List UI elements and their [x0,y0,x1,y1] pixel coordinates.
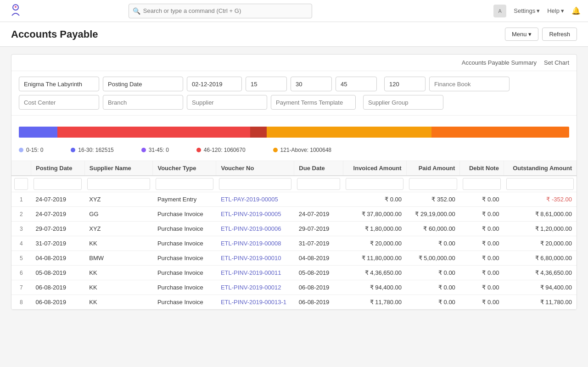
set-chart-link[interactable]: Set Chart [544,59,569,66]
cell-due-date: 31-07-2019 [294,236,343,251]
cell-paid: ₹ 0.00 [406,280,460,295]
supplier-group-filter[interactable] [363,95,443,110]
col-header-due-date[interactable]: Due Date [294,161,343,176]
legend-label-0-15: 0-15: 0 [26,147,43,153]
table-row[interactable]: 3 29-07-2019 XYZ Purchase Invoice ETL-PI… [11,222,577,236]
posting-date-value-filter[interactable] [187,77,242,91]
avatar[interactable]: A [493,5,506,17]
cell-voucher-no[interactable]: ETL-PINV-2019-00005 [216,207,294,222]
filter-num-input[interactable] [14,178,28,190]
cell-supplier: KK [84,236,153,251]
notification-bell-icon[interactable]: 🔔 [571,6,581,15]
app-logo[interactable] [7,3,24,19]
main-content: Accounts Payable Summary Set Chart [0,47,588,317]
table-row[interactable]: 1 24-07-2019 XYZ Payment Entry ETL-PAY-2… [11,192,577,207]
supplier-filter[interactable] [187,95,267,110]
search-input[interactable] [143,7,308,14]
cell-supplier: KK [84,295,153,310]
cell-posting-date: 24-07-2019 [31,192,84,207]
cell-voucher-no[interactable]: ETL-PINV-2019-00012 [216,280,294,295]
filter-cell-invoiced [343,176,406,192]
filter-debit-input[interactable] [463,178,501,190]
bar-seg-46-120 [267,127,432,138]
cell-voucher-no[interactable]: ETL-PINV-2019-00008 [216,236,294,251]
payment-terms-filter[interactable] [271,95,356,110]
chevron-down-icon: ▾ [528,31,532,38]
table-row[interactable]: 2 24-07-2019 GG Purchase Invoice ETL-PIN… [11,207,577,222]
settings-button[interactable]: Settings ▾ [514,7,540,14]
data-table: Posting Date Supplier Name Voucher Type … [11,161,577,310]
table-row[interactable]: 6 05-08-2019 KK Purchase Invoice ETL-PIN… [11,266,577,280]
range3-filter[interactable] [336,77,377,91]
cell-paid: ₹ 0.00 [406,266,460,280]
cell-invoiced: ₹ 4,36,650.00 [343,266,406,280]
cell-voucher-type: Payment Entry [153,192,216,207]
help-label: Help [547,7,560,14]
refresh-button[interactable]: Refresh [542,28,577,41]
cell-due-date: 05-08-2019 [294,266,343,280]
cell-supplier: GG [84,207,153,222]
cell-num: 7 [11,280,31,295]
cell-outstanding: ₹ 20,000.00 [504,236,577,251]
filter-outstanding-input[interactable] [506,178,574,190]
table-row[interactable]: 8 06-08-2019 KK Purchase Invoice ETL-PIN… [11,295,577,310]
col-header-outstanding-amount[interactable]: Outstanding Amount [504,161,577,176]
cell-debit: ₹ 0.00 [460,266,504,280]
filter-supplier-input[interactable] [87,178,150,190]
cell-voucher-no[interactable]: ETL-PINV-2019-00011 [216,266,294,280]
legend-dot-31-45 [141,148,146,152]
cell-paid: ₹ 29,19,000.00 [406,207,460,222]
logo-area[interactable] [7,3,35,19]
cell-voucher-no[interactable]: ETL-PINV-2019-00013-1 [216,295,294,310]
summary-link[interactable]: Accounts Payable Summary [462,59,537,66]
filter-invoiced-input[interactable] [346,178,403,190]
cell-invoiced: ₹ 20,000.00 [343,236,406,251]
filter-cell-voucher-type [153,176,216,192]
search-bar[interactable]: 🔍 [129,4,312,18]
col-header-supplier-name[interactable]: Supplier Name [84,161,153,176]
filter-paid-input[interactable] [409,178,457,190]
cell-voucher-no[interactable]: ETL-PINV-2019-00006 [216,222,294,236]
report-toolbar: Accounts Payable Summary Set Chart [11,55,577,71]
col-header-voucher-type[interactable]: Voucher Type [153,161,216,176]
table-row[interactable]: 5 04-08-2019 BMW Purchase Invoice ETL-PI… [11,251,577,266]
range2-filter[interactable] [291,77,332,91]
cell-invoiced: ₹ 11,80,000.00 [343,251,406,266]
cell-num: 5 [11,251,31,266]
cost-center-filter[interactable] [19,95,99,110]
filter-due-date-input[interactable] [297,178,340,190]
col-header-voucher-no[interactable]: Voucher No [216,161,294,176]
cell-outstanding: ₹ 6,80,000.00 [504,251,577,266]
finance-book-filter[interactable] [429,77,510,91]
table-row[interactable]: 7 06-08-2019 KK Purchase Invoice ETL-PIN… [11,280,577,295]
range1-filter[interactable] [246,77,287,91]
cell-supplier: KK [84,280,153,295]
col-header-paid-amount[interactable]: Paid Amount [406,161,460,176]
cell-invoiced: ₹ 0.00 [343,192,406,207]
cell-outstanding: ₹ 11,780.00 [504,295,577,310]
filter-voucher-type-input[interactable] [156,178,213,190]
menu-button[interactable]: Menu ▾ [505,28,539,41]
age-range-filter[interactable] [384,77,426,91]
cell-voucher-no[interactable]: ETL-PINV-2019-00010 [216,251,294,266]
legend-label-16-30: 16-30: 162515 [78,147,113,153]
table-row[interactable]: 4 31-07-2019 KK Purchase Invoice ETL-PIN… [11,236,577,251]
refresh-label: Refresh [549,31,570,38]
top-nav: 🔍 A Settings ▾ Help ▾ 🔔 [0,0,588,22]
filter-voucher-no-input[interactable] [219,178,291,190]
col-header-debit-note[interactable]: Debit Note [460,161,504,176]
posting-date-label-filter[interactable] [103,77,183,91]
cell-voucher-no[interactable]: ETL-PAY-2019-00005 [216,192,294,207]
filter-posting-date-input[interactable] [34,178,82,190]
cell-due-date: 29-07-2019 [294,222,343,236]
cell-supplier: XYZ [84,222,153,236]
help-button[interactable]: Help ▾ [547,7,564,14]
col-header-posting-date[interactable]: Posting Date [31,161,84,176]
cell-posting-date: 06-08-2019 [31,295,84,310]
filter-cell-outstanding [504,176,577,192]
company-filter[interactable] [19,77,99,91]
stacked-bar [19,127,569,138]
branch-filter[interactable] [103,95,183,110]
col-header-invoiced-amount[interactable]: Invoiced Amount [343,161,406,176]
page-title: Accounts Payable [11,28,98,40]
